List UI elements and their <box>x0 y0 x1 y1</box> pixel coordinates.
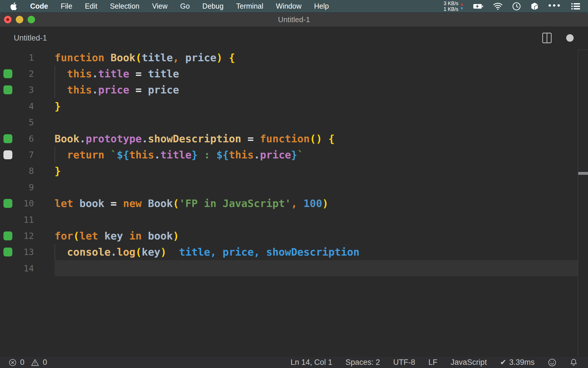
token-fn: showDescription <box>148 133 241 145</box>
menu-item-terminal[interactable]: Terminal <box>236 2 263 10</box>
code-line-7[interactable]: 7 return `${this.title} : ${this.price}` <box>0 147 588 163</box>
line-number[interactable]: 2 <box>12 69 34 79</box>
network-throughput-indicator[interactable]: 3 KB/s 1 KB/s ▲ ▼ <box>444 1 464 12</box>
token-op: = <box>136 68 142 80</box>
token-st: ` <box>111 149 117 161</box>
menu-item-selection[interactable]: Selection <box>110 2 140 10</box>
line-number[interactable]: 9 <box>12 182 34 192</box>
line-number[interactable]: 10 <box>12 198 34 208</box>
language-mode[interactable]: JavaScript <box>451 358 487 367</box>
token-kw: this <box>67 68 92 80</box>
code-line-8[interactable]: 8} <box>0 163 588 179</box>
clock-menu-item[interactable] <box>512 2 521 11</box>
token-vr: book <box>148 230 173 242</box>
minimize-button[interactable] <box>16 16 23 23</box>
token-yb: { <box>229 52 235 64</box>
zoom-button[interactable] <box>28 16 35 23</box>
battery-menu-item[interactable] <box>473 2 484 11</box>
eol-setting[interactable]: LF <box>428 358 438 367</box>
menu-item-go[interactable]: Go <box>180 2 190 10</box>
problems-summary[interactable]: 0 0 <box>9 358 47 367</box>
notifications-button[interactable] <box>570 358 578 367</box>
code-line-4[interactable]: 4} <box>0 98 588 114</box>
code-line-11[interactable]: 11 <box>0 212 588 228</box>
overview-ruler-divider <box>578 49 578 356</box>
token-kw: for <box>55 230 73 242</box>
menu-item-edit[interactable]: Edit <box>85 2 97 10</box>
code-line-1[interactable]: 1function Book(title, price) { <box>0 49 588 66</box>
token-dt: . <box>92 84 98 96</box>
quokka-coverage-marker <box>3 85 12 94</box>
line-number[interactable]: 12 <box>12 231 34 241</box>
indentation-setting[interactable]: Spaces: 2 <box>346 358 380 367</box>
menu-item-window[interactable]: Window <box>276 2 301 10</box>
unsaved-indicator-dot <box>6 18 9 21</box>
cube-app-menu-item[interactable] <box>530 2 539 11</box>
token-tp: ${ <box>117 149 129 161</box>
line-number[interactable]: 3 <box>12 85 34 95</box>
line-number[interactable]: 7 <box>12 150 34 160</box>
cursor-position[interactable]: Ln 14, Col 1 <box>291 358 332 367</box>
gutter-spacer <box>3 264 12 273</box>
code-line-3[interactable]: 3 this.price = price <box>0 82 588 98</box>
menu-bar-status-area: 3 KB/s 1 KB/s ▲ ▼ <box>444 1 588 12</box>
token-yb: ) <box>173 230 179 242</box>
code-editor[interactable]: 1function Book(title, price) {2 this.tit… <box>0 49 588 356</box>
menu-item-file[interactable]: File <box>61 2 72 10</box>
close-button[interactable] <box>4 16 11 23</box>
list-menu-item[interactable] <box>571 2 581 10</box>
more-menu-item[interactable]: ••• <box>548 1 562 12</box>
menu-item-debug[interactable]: Debug <box>202 2 224 10</box>
code-line-9[interactable]: 9 <box>0 179 588 195</box>
code-line-2[interactable]: 2 this.title = title <box>0 66 588 82</box>
quokka-coverage-marker <box>3 248 12 256</box>
line-number[interactable]: 13 <box>12 247 34 257</box>
menu-item-view[interactable]: View <box>152 2 168 10</box>
token-yb: ) <box>322 198 328 209</box>
split-editor-button[interactable] <box>542 32 552 43</box>
token-tp: } <box>291 149 297 161</box>
smiley-icon <box>548 358 556 367</box>
line-number[interactable]: 11 <box>12 215 34 225</box>
unsaved-changes-dot[interactable] <box>566 34 574 42</box>
feedback-smiley-button[interactable] <box>548 358 556 367</box>
code-line-10[interactable]: 10let book = new Book('FP in JavaScript'… <box>0 195 588 212</box>
menu-item-help[interactable]: Help <box>314 2 329 10</box>
token-st: ` <box>297 149 303 161</box>
error-count: 0 <box>20 358 24 367</box>
encoding-setting[interactable]: UTF-8 <box>393 358 415 367</box>
line-number[interactable]: 4 <box>12 101 34 111</box>
token-kw: return <box>67 149 104 161</box>
warning-count: 0 <box>43 358 47 367</box>
quokka-inline-output: title, price, showDescription <box>167 246 359 258</box>
apple-menu[interactable] <box>10 2 18 11</box>
code-line-6[interactable]: 6Book.prototype.showDescription = functi… <box>0 131 588 147</box>
line-number[interactable]: 5 <box>12 117 34 127</box>
code-line-14[interactable]: 14 <box>0 260 588 276</box>
menu-item-code[interactable]: Code <box>30 2 48 10</box>
traffic-lights <box>4 13 35 26</box>
window-titlebar[interactable]: Untitled-1 <box>0 13 588 26</box>
check-icon: ✔ <box>500 358 506 367</box>
token-tp: ${ <box>216 149 229 161</box>
code-line-12[interactable]: 12for(let key in book) <box>0 228 588 244</box>
warning-triangle-icon <box>31 359 39 367</box>
code-line-5[interactable]: 5 <box>0 114 588 131</box>
tab-untitled-1[interactable]: Untitled-1 <box>14 34 47 43</box>
line-number[interactable]: 14 <box>12 263 34 273</box>
code-line-13[interactable]: 13 console.log(key) title, price, showDe… <box>0 244 588 260</box>
line-number[interactable]: 6 <box>12 134 34 144</box>
gutter-spacer <box>3 102 12 111</box>
line-number[interactable]: 1 <box>12 53 34 63</box>
quokka-time: 3.39ms <box>509 358 535 367</box>
gutter-spacer <box>3 53 12 62</box>
line-number[interactable]: 8 <box>12 166 34 176</box>
wifi-menu-item[interactable] <box>493 2 503 10</box>
code-text: function Book(title, price) { <box>55 52 235 64</box>
token-kw: new <box>123 198 142 209</box>
token-pl <box>297 198 303 209</box>
token-dt: . <box>111 246 117 258</box>
quokka-perf[interactable]: ✔ 3.39ms <box>500 358 535 367</box>
split-editor-icon <box>542 32 552 43</box>
overview-ruler-top-edge <box>578 49 588 50</box>
